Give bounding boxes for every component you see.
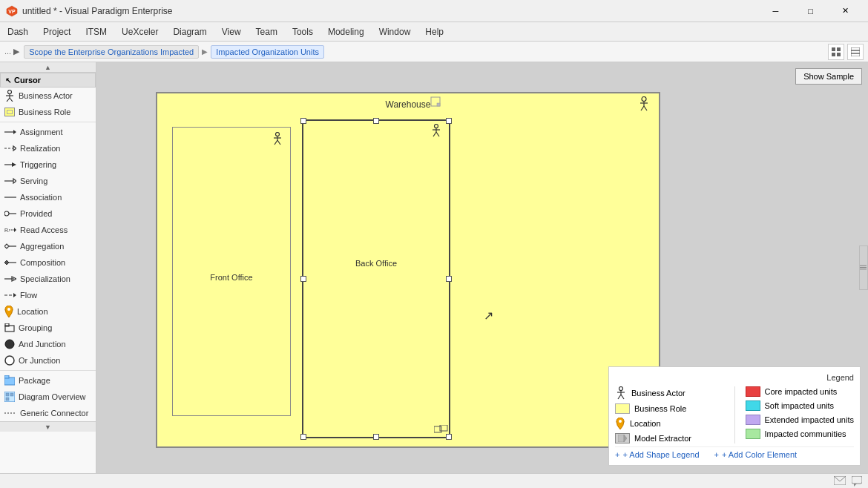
sidebar-item-business-actor[interactable]: Business Actor [0, 88, 96, 104]
sidebar-item-assignment[interactable]: Assignment [0, 124, 96, 140]
menu-tools[interactable]: Tools [285, 22, 320, 41]
or-junction-icon [4, 355, 15, 366]
legend-communities-swatch [746, 429, 760, 439]
legend-left-col: Business Actor Business Role Location [615, 386, 724, 444]
svg-rect-43 [4, 375, 9, 378]
menu-view[interactable]: View [214, 22, 249, 41]
handle-mr[interactable] [446, 276, 452, 282]
warehouse-label: Warehouse [386, 99, 431, 110]
front-office-shape[interactable]: Front Office [172, 127, 291, 416]
sidebar-item-and-junction[interactable]: And Junction [0, 336, 96, 352]
sidebar-item-provided[interactable]: Provided [0, 205, 96, 222]
sidebar-item-business-role[interactable]: Business Role [0, 104, 96, 120]
sidebar-item-generic-connector[interactable]: Generic Connector [0, 405, 96, 421]
menu-itsm[interactable]: ITSM [78, 22, 114, 41]
breadcrumb-crumb1[interactable]: Scope the Enterprise Organizations Impac… [24, 45, 199, 59]
canvas-area[interactable]: Show Sample Warehouse [96, 62, 868, 473]
add-shape-legend-button[interactable]: + + Add Shape Legend [615, 450, 700, 459]
cursor-pointer: ↗ [484, 309, 493, 323]
table-icon-btn[interactable] [847, 44, 864, 60]
handle-bl[interactable] [300, 434, 306, 440]
sidebar-scroll-up[interactable]: ▲ [0, 62, 96, 73]
role-icon [4, 108, 15, 116]
sidebar-item-composition[interactable]: Composition [0, 254, 96, 271]
maximize-button[interactable]: □ [794, 0, 827, 22]
add-color-element-button[interactable]: + + Add Color Element [714, 450, 798, 459]
close-button[interactable]: ✕ [829, 0, 862, 22]
sidebar-item-realization[interactable]: Realization [0, 140, 96, 156]
handle-ml[interactable] [300, 276, 306, 282]
legend-extended-impacted: Extended impacted units [746, 415, 855, 425]
menu-diagram[interactable]: Diagram [165, 22, 214, 41]
handle-bm[interactable] [373, 434, 379, 440]
diagram-canvas[interactable]: Warehouse [156, 92, 660, 448]
legend-panel: Legend Business Actor [608, 366, 861, 466]
sidebar-cursor-header[interactable]: ↖ Cursor [0, 73, 96, 88]
menu-window[interactable]: Window [372, 22, 418, 41]
legend-soft-impacted: Soft impacted units [746, 400, 855, 411]
svg-point-23 [4, 211, 9, 216]
sidebar-item-read-access[interactable]: R. Read Access [0, 222, 96, 238]
triggering-icon [4, 161, 16, 168]
legend-extended-swatch [746, 415, 760, 425]
sidebar-item-aggregation[interactable]: Aggregation [0, 238, 96, 254]
svg-line-71 [618, 395, 621, 399]
svg-rect-75 [618, 435, 624, 442]
svg-line-65 [436, 132, 439, 136]
warehouse-actor-icon [638, 96, 650, 111]
add-color-label: + Add Color Element [722, 450, 797, 459]
sidebar-item-package[interactable]: Package [0, 372, 96, 389]
back-office-shape[interactable]: Back Office [302, 119, 450, 438]
sidebar-item-grouping[interactable]: Grouping [0, 320, 96, 336]
sidebar-item-serving[interactable]: Serving [0, 173, 96, 189]
menu-uexceler[interactable]: UeXceler [114, 22, 165, 41]
minimize-button[interactable]: ─ [759, 0, 792, 22]
svg-marker-15 [13, 130, 16, 134]
breadcrumb-crumb2[interactable]: Impacted Organization Units [211, 45, 324, 59]
sidebar-item-location[interactable]: Location [0, 303, 96, 320]
front-office-label: Front Office [210, 273, 252, 282]
sidebar-item-association[interactable]: Association [0, 189, 96, 205]
handle-tr[interactable] [446, 118, 452, 124]
sidebar-item-diagram-overview[interactable]: Diagram Overview [0, 389, 96, 405]
svg-point-9 [8, 90, 12, 94]
legend-model-extractor: Model Extractor [615, 433, 724, 444]
chat-icon[interactable] [852, 476, 862, 487]
warehouse-shape[interactable]: Warehouse [156, 92, 660, 448]
svg-point-51 [642, 97, 646, 102]
package-icon [4, 375, 15, 386]
menubar: Dash Project ITSM UeXceler Diagram View … [0, 22, 868, 42]
sidebar-item-or-junction[interactable]: Or Junction [0, 352, 96, 369]
svg-point-37 [7, 308, 10, 311]
svg-line-54 [641, 106, 644, 111]
grid-icon [832, 47, 841, 56]
show-sample-button[interactable]: Show Sample [795, 68, 862, 85]
menu-dash[interactable]: Dash [0, 22, 36, 41]
handle-tl[interactable] [300, 118, 306, 124]
svg-rect-8 [851, 53, 860, 56]
sidebar-label-diagram-overview: Diagram Overview [19, 392, 85, 401]
aggregation-icon [4, 243, 16, 250]
menu-project[interactable]: Project [36, 22, 78, 41]
menu-help[interactable]: Help [418, 22, 451, 41]
email-icon[interactable] [834, 476, 846, 485]
sidebar-item-specialization[interactable]: Specialization [0, 271, 96, 287]
right-panel-collapse[interactable]: ||| [859, 245, 868, 290]
menu-modeling[interactable]: Modeling [320, 22, 372, 41]
handle-tm[interactable] [373, 118, 379, 124]
legend-soft-label: Soft impacted units [765, 401, 835, 410]
sidebar: ▲ ↖ Cursor Business Actor Business Role [0, 62, 96, 473]
svg-marker-21 [13, 179, 16, 183]
sidebar-item-flow[interactable]: Flow [0, 287, 96, 303]
legend-extended-label: Extended impacted units [765, 415, 854, 424]
svg-rect-45 [6, 393, 9, 396]
breadcrumb-nav[interactable]: ... ▶ [4, 47, 19, 56]
sidebar-item-triggering[interactable]: Triggering [0, 156, 96, 173]
svg-rect-46 [10, 393, 13, 396]
menu-team[interactable]: Team [249, 22, 285, 41]
back-office-label: Back Office [355, 259, 397, 268]
grid-icon-btn[interactable] [828, 44, 844, 60]
main-layout: ▲ ↖ Cursor Business Actor Business Role [0, 62, 868, 473]
sidebar-scroll-down[interactable]: ▼ [0, 421, 96, 432]
breadcrumb-arrow: ▶ [202, 47, 208, 56]
